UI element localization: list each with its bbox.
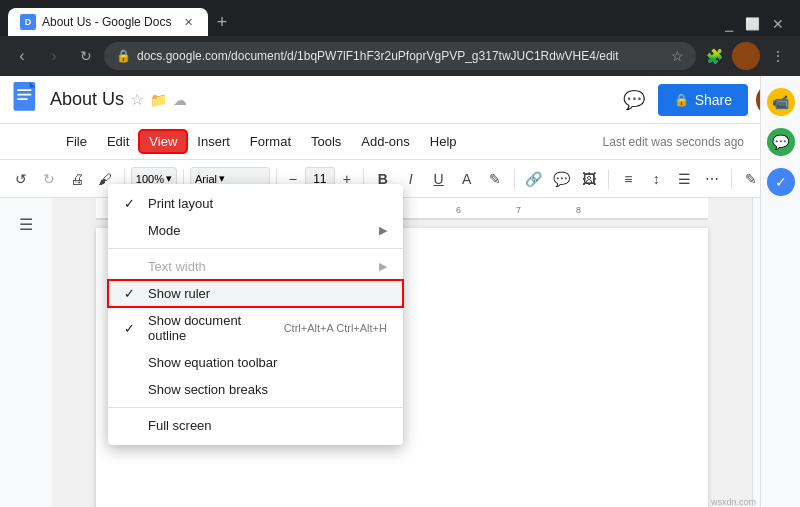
minimize-icon[interactable]: ⎯ <box>725 16 733 32</box>
forward-button[interactable]: › <box>40 42 68 70</box>
restore-icon[interactable]: ⬜ <box>745 17 760 31</box>
menu-mode[interactable]: Mode ▶ <box>108 217 403 244</box>
text-width-arrow-icon: ▶ <box>379 260 387 273</box>
star-icon[interactable]: ☆ <box>671 48 684 64</box>
last-edit-text: Last edit was seconds ago <box>603 135 744 149</box>
menu-show-document-outline[interactable]: ✓ Show document outline Ctrl+Alt+A Ctrl+… <box>108 307 403 349</box>
menu-show-equation-toolbar[interactable]: Show equation toolbar <box>108 349 403 376</box>
outline-sidebar-icon[interactable]: ☰ <box>12 210 40 238</box>
menu-print-layout[interactable]: ✓ Print layout <box>108 190 403 217</box>
lock-icon: 🔒 <box>116 49 131 63</box>
more-toolbar-button[interactable]: ⋯ <box>699 166 725 192</box>
show-doc-outline-label: Show document outline <box>148 313 276 343</box>
align-button[interactable]: ≡ <box>615 166 641 192</box>
mode-label: Mode <box>148 223 371 238</box>
link-button[interactable]: 🔗 <box>521 166 547 192</box>
menu-show-section-breaks[interactable]: Show section breaks <box>108 376 403 403</box>
menu-divider-2 <box>108 407 403 408</box>
menu-text-width[interactable]: Text width ▶ <box>108 253 403 280</box>
chrome-toolbar: ‹ › ↻ 🔒 docs.google.com/document/d/1bqPW… <box>0 36 800 76</box>
view-dropdown-menu: ✓ Print layout Mode ▶ Text width ▶ ✓ Sho… <box>108 184 403 445</box>
show-eq-toolbar-label: Show equation toolbar <box>148 355 387 370</box>
show-ruler-label: Show ruler <box>148 286 387 301</box>
tab-favicon: D <box>20 14 36 30</box>
full-screen-label: Full screen <box>148 418 387 433</box>
add-to-drive-icon[interactable]: 📁 <box>150 92 167 108</box>
toolbar-divider-5 <box>514 169 515 189</box>
menu-show-ruler[interactable]: ✓ Show ruler <box>108 280 403 307</box>
share-label: Share <box>695 92 732 108</box>
menu-edit[interactable]: Edit <box>97 128 139 155</box>
close-window-icon[interactable]: ✕ <box>772 16 784 32</box>
docs-title-area: About Us ☆ 📁 ☁ <box>50 89 610 110</box>
watermark: wsxdn.com <box>711 497 756 507</box>
svg-rect-3 <box>17 98 28 100</box>
toolbar-divider-6 <box>608 169 609 189</box>
browser-tab[interactable]: D About Us - Google Docs ✕ <box>8 8 208 36</box>
tab-title: About Us - Google Docs <box>42 15 174 29</box>
show-doc-outline-check-icon: ✓ <box>124 321 140 336</box>
docs-logo <box>12 82 42 118</box>
star-doc-icon[interactable]: ☆ <box>130 90 144 109</box>
refresh-button[interactable]: ↻ <box>72 42 100 70</box>
checklist-button[interactable]: ☰ <box>671 166 697 192</box>
menu-help[interactable]: Help <box>420 128 467 155</box>
show-section-breaks-label: Show section breaks <box>148 382 387 397</box>
menu-format[interactable]: Format <box>240 128 301 155</box>
cloud-sync-icon[interactable]: ☁ <box>173 92 187 108</box>
extensions-icon[interactable]: 🧩 <box>700 42 728 70</box>
menu-full-screen[interactable]: Full screen <box>108 412 403 439</box>
menu-divider-1 <box>108 248 403 249</box>
menu-dots-icon[interactable]: ⋮ <box>764 42 792 70</box>
docs-menubar: File Edit View Insert Format Tools Add-o… <box>0 124 800 160</box>
highlight-button[interactable]: ✎ <box>482 166 508 192</box>
font-color-button[interactable]: A <box>454 166 480 192</box>
menu-file[interactable]: File <box>56 128 97 155</box>
image-button[interactable]: 🖼 <box>576 166 602 192</box>
comment-toolbar-button[interactable]: 💬 <box>549 166 575 192</box>
print-button[interactable]: 🖨 <box>64 166 90 192</box>
svg-rect-1 <box>17 89 31 91</box>
show-doc-outline-shortcut: Ctrl+Alt+A Ctrl+Alt+H <box>284 322 387 334</box>
docs-left-sidebar: ☰ <box>0 198 52 507</box>
workspace-meet-icon[interactable]: 📹 <box>767 88 795 116</box>
docs-header: About Us ☆ 📁 ☁ 💬 🔒 Share <box>0 76 800 124</box>
back-button[interactable]: ‹ <box>8 42 36 70</box>
menu-insert[interactable]: Insert <box>187 128 240 155</box>
comment-button[interactable]: 💬 <box>618 84 650 116</box>
share-button[interactable]: 🔒 Share <box>658 84 748 116</box>
menu-view[interactable]: View <box>139 130 187 153</box>
svg-rect-2 <box>17 93 31 95</box>
menu-tools[interactable]: Tools <box>301 128 351 155</box>
underline-button[interactable]: U <box>426 166 452 192</box>
undo-button[interactable]: ↺ <box>8 166 34 192</box>
line-spacing-button[interactable]: ↕ <box>643 166 669 192</box>
profile-icon[interactable] <box>732 42 760 70</box>
menu-view-label: View <box>149 134 177 149</box>
menu-addons[interactable]: Add-ons <box>351 128 419 155</box>
show-ruler-check-icon: ✓ <box>124 286 140 301</box>
print-layout-label: Print layout <box>148 196 387 211</box>
mode-arrow-icon: ▶ <box>379 224 387 237</box>
text-width-label: Text width <box>148 259 371 274</box>
redo-button[interactable]: ↻ <box>36 166 62 192</box>
workspace-chat-icon[interactable]: 💬 <box>767 128 795 156</box>
tab-close-icon[interactable]: ✕ <box>180 14 196 30</box>
toolbar-divider-7 <box>731 169 732 189</box>
docs-app: About Us ☆ 📁 ☁ 💬 🔒 Share File Edit View … <box>0 76 800 507</box>
address-bar[interactable]: 🔒 docs.google.com/document/d/1bqPW7lF1hF… <box>104 42 696 70</box>
share-icon: 🔒 <box>674 93 689 107</box>
workspace-sidebar: 📹 💬 ✓ <box>760 76 800 507</box>
print-layout-check-icon: ✓ <box>124 196 140 211</box>
new-tab-button[interactable]: + <box>208 8 236 36</box>
workspace-tasks-icon[interactable]: ✓ <box>767 168 795 196</box>
doc-filename[interactable]: About Us <box>50 89 124 110</box>
url-text: docs.google.com/document/d/1bqPW7lF1hF3r… <box>137 49 619 63</box>
